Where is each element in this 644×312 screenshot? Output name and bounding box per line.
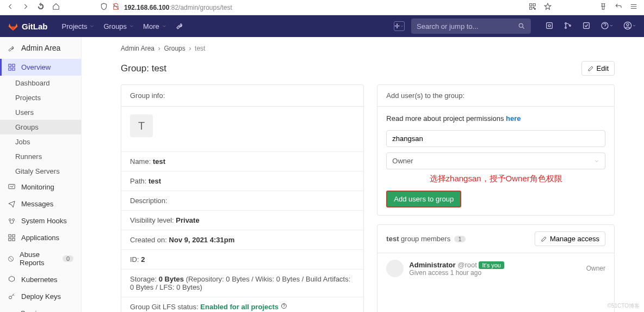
svg-rect-25 (13, 238, 15, 241)
its-you-badge: It's you (479, 261, 504, 269)
sidebar-jobs[interactable]: Jobs (0, 134, 81, 149)
sidebar-abuse[interactable]: Abuse Reports0 (0, 246, 81, 271)
sidebar-runners[interactable]: Runners (0, 149, 81, 164)
svg-rect-16 (13, 64, 15, 66)
svg-point-7 (548, 25, 550, 27)
crumb-groups[interactable]: Groups (164, 45, 185, 52)
member-handle: @root (457, 261, 477, 269)
svg-rect-4 (535, 9, 536, 10)
info-description: Description: (121, 191, 363, 210)
svg-rect-0 (530, 4, 532, 6)
forward-icon[interactable] (22, 3, 29, 12)
gitlab-logo[interactable]: GitLab (8, 21, 48, 32)
crumb-current: test (195, 45, 205, 52)
sidebar-dashboard[interactable]: Dashboard (0, 76, 81, 90)
annotation-note: 选择zhangsan，授予Owner角色权限 (386, 174, 605, 184)
role-select[interactable]: Owner (386, 152, 605, 169)
member-avatar (386, 260, 404, 277)
sidebar-gitaly[interactable]: Gitaly Servers (0, 164, 81, 179)
home-icon[interactable] (52, 3, 60, 12)
member-given: Given access 1 hour ago (409, 269, 504, 277)
members-panel: test group members 1 Manage access Admin… (377, 224, 615, 312)
svg-rect-18 (13, 68, 15, 70)
nav-groups[interactable]: Groups (103, 21, 134, 32)
info-created: Created on: Nov 9, 2021 4:31pm (121, 230, 363, 249)
sidebar-projects[interactable]: Projects (0, 90, 81, 105)
watermark: ©51CTO博客 (608, 302, 640, 310)
top-nav: GitLab Projects Groups More ✛ Search or … (0, 15, 644, 37)
wrench-icon[interactable] (176, 21, 184, 32)
svg-point-21 (13, 219, 15, 221)
sidebar-kubernetes[interactable]: Kubernetes (0, 271, 81, 288)
lock-off-icon (112, 3, 120, 12)
member-row: Administrator @root It's you Given acces… (377, 253, 614, 284)
info-storage: Storage: 0 Bytes (Repository: 0 Bytes / … (121, 269, 363, 297)
group-info-panel: Group info: T Name: test Path: test Desc… (121, 84, 364, 312)
url-path: :82/admin/groups/test (169, 4, 232, 11)
svg-rect-11 (584, 22, 590, 28)
reload-icon[interactable] (37, 3, 45, 12)
svg-rect-6 (547, 22, 553, 28)
edit-button[interactable]: Edit (581, 61, 615, 76)
svg-rect-1 (533, 4, 535, 6)
group-info-header: Group info: (121, 85, 363, 107)
svg-rect-3 (533, 7, 534, 8)
sidebar-service-templates[interactable]: Service Templates (0, 305, 81, 312)
back-icon[interactable] (7, 3, 14, 12)
admin-sidebar: Admin Area Overview Dashboard Projects U… (0, 37, 82, 312)
merge-icon[interactable] (564, 21, 572, 32)
info-name: Name: test (121, 151, 363, 171)
breadcrumb: Admin Area › Groups › test (121, 45, 615, 52)
sidebar-hooks[interactable]: System Hooks (0, 212, 81, 229)
info-path: Path: test (121, 171, 363, 191)
add-users-button[interactable]: Add users to group (386, 191, 461, 207)
svg-point-5 (519, 23, 523, 27)
qr-icon[interactable] (529, 3, 536, 12)
add-user-header: Add user(s) to the group: (377, 85, 614, 107)
info-visibility: Visibility level: Private (121, 210, 363, 230)
permissions-text: Read more about project permissions here (386, 114, 605, 123)
todo-icon[interactable] (582, 21, 591, 32)
sidebar-groups[interactable]: Groups (0, 120, 81, 134)
global-search[interactable]: Search or jump to... (411, 19, 531, 34)
sidebar-monitoring[interactable]: Monitoring (0, 179, 81, 195)
svg-rect-17 (9, 68, 11, 70)
help-icon[interactable] (600, 21, 614, 32)
add-user-panel: Add user(s) to the group: Read more abou… (377, 84, 615, 216)
member-role: Owner (586, 265, 605, 272)
undo-icon[interactable] (615, 3, 622, 12)
svg-point-8 (565, 22, 567, 24)
sidebar-users[interactable]: Users (0, 105, 81, 120)
user-input[interactable] (386, 130, 605, 147)
new-dropdown[interactable]: ✛ (394, 21, 405, 31)
svg-point-9 (565, 27, 567, 28)
sidebar-deploy-keys[interactable]: Deploy Keys (0, 288, 81, 305)
permissions-link[interactable]: here (506, 114, 521, 123)
sidebar-header: Admin Area (0, 37, 81, 59)
crumb-admin[interactable]: Admin Area (121, 45, 154, 52)
nav-more[interactable]: More (143, 21, 167, 32)
issues-icon[interactable] (545, 21, 554, 32)
members-count: 1 (454, 236, 465, 242)
help-icon[interactable] (281, 303, 287, 309)
sidebar-applications[interactable]: Applications (0, 229, 81, 246)
svg-rect-24 (9, 238, 11, 241)
group-avatar: T (130, 114, 153, 137)
svg-rect-22 (9, 235, 11, 237)
info-lfs: Group Git LFS status: Enabled for all pr… (121, 297, 363, 312)
nav-projects[interactable]: Projects (62, 21, 95, 32)
star-icon[interactable] (544, 3, 552, 12)
sidebar-overview[interactable]: Overview (0, 59, 81, 76)
browser-toolbar: 192.168.66.100:82/admin/groups/test (0, 0, 644, 15)
sidebar-messages[interactable]: Messages (0, 195, 81, 212)
member-name[interactable]: Administrator (409, 261, 455, 269)
menu-icon[interactable] (630, 3, 637, 12)
user-avatar[interactable] (623, 21, 636, 32)
info-id: ID: 2 (121, 249, 363, 269)
manage-access-button[interactable]: Manage access (535, 231, 605, 246)
svg-point-20 (9, 219, 11, 221)
members-header: test group members 1 (386, 235, 465, 243)
extension-icon[interactable] (599, 3, 607, 12)
abuse-count-badge: 0 (63, 255, 73, 262)
url-bar[interactable]: 192.168.66.100:82/admin/groups/test (67, 3, 521, 12)
